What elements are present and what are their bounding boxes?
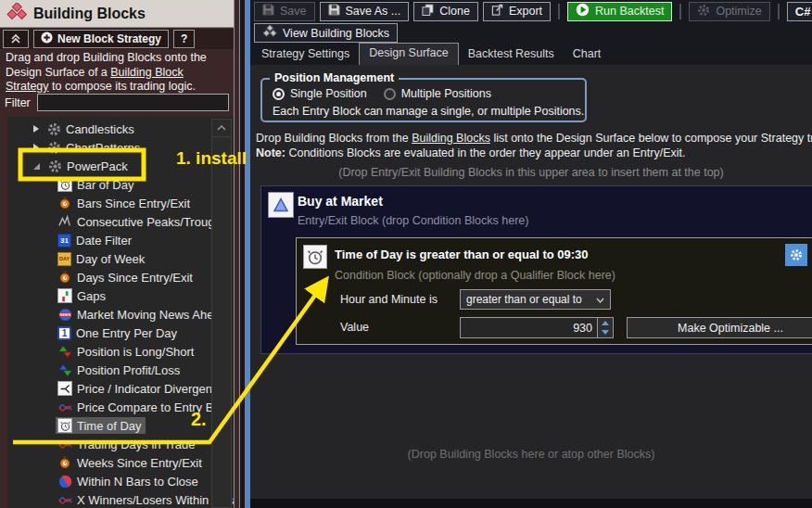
- tree-item-bars-since-entry-exit[interactable]: Bars Since Entry/Exit: [7, 194, 234, 212]
- gear-icon: [46, 121, 61, 136]
- operator-dropdown[interactable]: greater than or equal to: [460, 289, 611, 310]
- toolbar-separator: [778, 4, 780, 19]
- tree-item-trading-days-in-trade[interactable]: Trading Days in Trade: [7, 435, 234, 453]
- save-as-button[interactable]: Save As ...: [320, 2, 410, 21]
- building-blocks-link[interactable]: Building Blocks: [412, 132, 490, 145]
- building-blocks-icon: [6, 3, 27, 25]
- tree-item-position-profit-loss[interactable]: Position Profit/Loss: [7, 361, 234, 379]
- calendar-31-icon: 31: [57, 234, 71, 248]
- condition-settings-button[interactable]: [785, 244, 807, 266]
- gear-wrench-icon: [697, 4, 710, 19]
- collapsed-arrow-icon[interactable]: [33, 125, 39, 133]
- tree-item-days-since-entry-exit[interactable]: Days Since Entry/Exit: [7, 268, 234, 286]
- stopwatch-icon: [57, 455, 72, 470]
- building-blocks-panel: Building Blocks New Block Strategy ? Dra…: [0, 0, 234, 508]
- waves-icon: [57, 492, 72, 507]
- divergence-icon: [57, 381, 72, 396]
- position-management-group: Position Management Single Position Mult…: [260, 78, 587, 122]
- gear-icon: [47, 159, 62, 173]
- double-chevron-up-icon: [10, 32, 21, 46]
- scrollbar-up-icon[interactable]: [212, 120, 231, 137]
- panel-header: Building Blocks: [0, 0, 234, 28]
- upper-drop-hint: (Drop Entry/Exit Building Blocks in this…: [250, 166, 812, 179]
- secondary-toolbar: View Building Blocks: [254, 23, 398, 43]
- toolbar-separator: [558, 4, 560, 19]
- copy-icon: [422, 4, 434, 19]
- save-button[interactable]: Save: [254, 2, 315, 21]
- tab-backtest-results[interactable]: Backtest Results: [459, 44, 564, 65]
- value-stepper[interactable]: [598, 317, 614, 338]
- panel-splitter[interactable]: [234, 0, 250, 508]
- note-instruction: Note: Conditions Blocks are evaluated in…: [256, 146, 685, 159]
- clock-icon: [57, 177, 72, 192]
- export-icon: [491, 4, 503, 19]
- stopwatch-icon: [57, 270, 72, 285]
- tab-strategy-settings[interactable]: Strategy Settings: [252, 44, 359, 65]
- panel-toolbar: New Block Strategy ?: [0, 29, 234, 49]
- svg-text:NEWS: NEWS: [59, 312, 70, 317]
- blocks-tree: CandlesticksChartPatternsPowerPackBar of…: [7, 117, 234, 508]
- tree-item-bar-of-day[interactable]: Bar of Day: [7, 175, 234, 194]
- tree-scrollbar[interactable]: [211, 119, 232, 508]
- help-button[interactable]: ?: [173, 30, 195, 48]
- one-per-day-icon: 1: [57, 326, 71, 340]
- spin-up-icon[interactable]: [598, 318, 613, 328]
- play-circle-icon: [576, 3, 590, 19]
- collapsed-arrow-icon[interactable]: [33, 144, 39, 151]
- tree-item-day-of-week[interactable]: DAYDay of Week: [7, 249, 234, 268]
- condition-title: Time of Day is greater than or equal to …: [335, 248, 589, 261]
- time-of-day-condition-block[interactable]: Time of Day is greater than or equal to …: [296, 237, 812, 345]
- radio-selected-icon: [273, 88, 285, 100]
- position-management-title: Position Management: [270, 71, 399, 84]
- tree-group-candlesticks[interactable]: Candlesticks: [7, 120, 234, 138]
- filter-input[interactable]: [37, 94, 229, 111]
- tab-chart[interactable]: Chart: [564, 44, 611, 65]
- multiple-positions-radio[interactable]: Multiple Positions: [384, 87, 491, 100]
- entry-block-title: Buy at Market: [298, 194, 383, 209]
- design-surface: Position Management Single Position Mult…: [250, 65, 812, 499]
- wealthlab-window: Building Blocks New Block Strategy ? Dra…: [0, 0, 812, 508]
- hour-minute-label: Hour and Minute is: [340, 293, 438, 306]
- tree-item-gaps[interactable]: Gaps: [7, 286, 234, 305]
- buy-at-market-block[interactable]: Buy at Market Entry/Exit Block (drop Con…: [260, 185, 812, 354]
- clone-button[interactable]: Clone: [413, 2, 478, 21]
- tree-item-market-moving-news-ahead[interactable]: NEWSMarket Moving News Ahead: [7, 305, 234, 324]
- export-button[interactable]: Export: [483, 2, 551, 21]
- value-label: Value: [340, 321, 369, 334]
- bottom-strip: [250, 499, 812, 508]
- run-backtest-button[interactable]: Run Backtest: [567, 2, 672, 21]
- floppy-icon: [262, 4, 274, 19]
- tab-design-surface[interactable]: Design Surface: [359, 43, 458, 65]
- expanded-arrow-icon[interactable]: [33, 163, 40, 170]
- value-input[interactable]: 930: [460, 317, 598, 338]
- make-optimizable-button[interactable]: Make Optimizable ...: [627, 317, 812, 338]
- strategy-editor-panel: Save Save As ... Clone Export Run Backte…: [250, 0, 812, 508]
- clock-icon: [57, 418, 72, 433]
- profit-loss-icon: [57, 362, 72, 377]
- plus-circle-icon: [41, 32, 53, 46]
- tree-item-price-indicator-divergence[interactable]: Price / Indicator Divergence: [7, 379, 234, 398]
- annotation-step1: 1. install: [176, 148, 247, 169]
- tree-item-date-filter[interactable]: 31Date Filter: [7, 231, 234, 249]
- tree-item-x-winners-losers-within-y-da[interactable]: X Winners/Losers Within Y Da: [7, 490, 234, 508]
- tree-item-consecutive-peaks-troughs[interactable]: Consecutive Peaks/Troughs: [7, 212, 234, 231]
- open-as-csharp-button[interactable]: C# Open as C# Code: [787, 2, 812, 21]
- annotation-step2: 2.: [191, 409, 207, 430]
- single-position-radio[interactable]: Single Position: [273, 87, 367, 100]
- gear-icon: [46, 140, 61, 155]
- tree-item-one-entry-per-day[interactable]: 1One Entry Per Day: [7, 324, 234, 342]
- new-block-strategy-button[interactable]: New Block Strategy: [33, 30, 169, 48]
- entry-block-subtitle: Entry/Exit Block (drop Condition Blocks …: [298, 214, 528, 227]
- tree-item-position-is-long-short[interactable]: Position is Long/Short: [7, 342, 234, 361]
- floppy-icon: [328, 4, 340, 19]
- clock-icon: [303, 245, 327, 269]
- waves-icon: [57, 400, 72, 414]
- spin-down-icon[interactable]: [598, 328, 613, 338]
- tree-item-weeks-since-entry-exit[interactable]: Weeks Since Entry/Exit: [7, 453, 234, 472]
- optimize-button[interactable]: Optimize: [689, 2, 769, 21]
- filter-row: Filter: [0, 94, 234, 111]
- collapse-all-button[interactable]: [3, 30, 29, 48]
- lower-drop-hint: (Drop Building Blocks here or atop other…: [250, 448, 812, 461]
- view-building-blocks-button[interactable]: View Building Blocks: [254, 23, 398, 43]
- tree-item-within-n-bars-to-close[interactable]: Within N Bars to Close: [7, 472, 234, 490]
